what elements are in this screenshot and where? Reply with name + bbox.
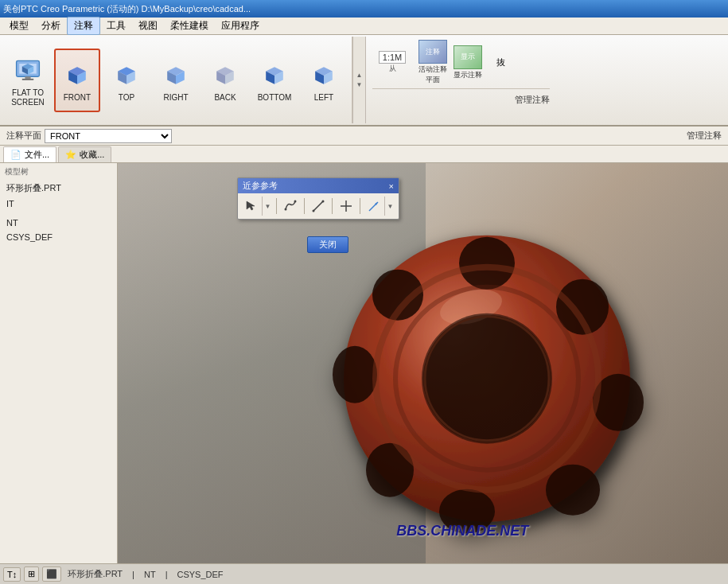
file-tab-label: 文件... xyxy=(25,149,49,161)
annotation-plane-select[interactable]: FRONT TOP RIGHT xyxy=(45,129,172,143)
floating-toolbar-title[interactable]: 近参参考 × xyxy=(238,178,399,193)
front-icon xyxy=(61,60,93,91)
show-annotation-button[interactable]: 显示 显示注释 xyxy=(454,45,482,80)
ribbon-content: FLAT TOSCREEN FRONT xyxy=(0,35,728,125)
status-square-button[interactable]: ⬛ xyxy=(42,566,61,582)
select-tool-group: ▼ xyxy=(241,197,273,216)
menu-model[interactable]: 模型 xyxy=(3,18,35,34)
separator-4 xyxy=(360,198,360,214)
menu-annotation[interactable]: 注释 xyxy=(67,17,100,35)
confirm-close-button[interactable]: 关闭 xyxy=(307,236,348,253)
bottom-button[interactable]: BOTTOM xyxy=(251,49,298,112)
right-icon xyxy=(160,60,192,91)
svg-point-40 xyxy=(425,316,549,440)
left-icon xyxy=(308,60,340,91)
ribbon: FLAT TOSCREEN FRONT xyxy=(0,35,728,127)
cross-tool-button[interactable] xyxy=(336,197,356,216)
separator-1 xyxy=(276,198,277,214)
menu-analysis[interactable]: 分析 xyxy=(35,18,67,34)
status-separator: | xyxy=(129,570,138,579)
floating-toolbar-title-text: 近参参考 xyxy=(243,180,278,192)
bottom-label: BOTTOM xyxy=(258,93,292,103)
status-bar: T↕ ⊞ ⬛ 环形折叠.PRT | NT | CSYS_DEF xyxy=(0,563,728,584)
menu-flexible-modeling[interactable]: 柔性建模 xyxy=(164,18,215,34)
active-annotation-icon: 注释 xyxy=(419,40,447,64)
title-text: 美创PTC Creo Parametric (活动的) D:\MyBackup\… xyxy=(3,3,251,15)
menu-view[interactable]: 视图 xyxy=(132,18,164,34)
menu-tools[interactable]: 工具 xyxy=(100,18,132,34)
torus-svg xyxy=(328,219,646,537)
annotation-plane-buttons: FLAT TOSCREEN FRONT xyxy=(5,49,347,112)
menu-applications[interactable]: 应用程序 xyxy=(215,18,266,34)
sidebar-header: 模型树 xyxy=(3,166,114,179)
ribbon-scroll[interactable]: ▲ ▼ xyxy=(352,37,365,123)
arrow-tool-dropdown[interactable]: ▼ xyxy=(384,197,395,216)
ribbon-right-panel: 1:1M 从 注释 活动注释平面 显示 显示注释 抜 管理注释 xyxy=(365,37,556,123)
sidebar-item-csys[interactable]: CSYS_DEF xyxy=(3,231,114,243)
status-separator2: | xyxy=(162,570,171,579)
front-button[interactable]: FRONT xyxy=(54,49,100,112)
sidebar-item-it[interactable]: IT xyxy=(3,197,114,210)
manage-annotation-area: 管理注释 xyxy=(372,92,550,106)
select-tool-dropdown[interactable]: ▼ xyxy=(262,197,273,216)
scroll-up-icon[interactable]: ▲ xyxy=(356,72,363,79)
svg-rect-5 xyxy=(25,76,30,79)
left-sidebar: 模型树 环形折叠.PRT IT NT CSYS_DEF xyxy=(0,163,118,563)
svg-point-34 xyxy=(333,345,377,403)
back-button[interactable]: BACK xyxy=(202,49,248,112)
show-annotation-label: 显示注释 xyxy=(454,70,482,80)
model-name-text: 环形折叠.PRT xyxy=(64,568,126,580)
title-bar: 美创PTC Creo Parametric (活动的) D:\MyBackup\… xyxy=(0,0,728,18)
floating-toolbar-close[interactable]: × xyxy=(389,181,394,191)
right-button[interactable]: RIGHT xyxy=(153,49,199,112)
line-tool-button[interactable] xyxy=(308,197,329,216)
left-button[interactable]: LEFT xyxy=(301,49,347,112)
svg-point-45 xyxy=(313,210,315,212)
favorites-tab-label: 收藏... xyxy=(80,149,104,161)
scale-label: 从 xyxy=(389,64,396,74)
viewport[interactable]: 近参参考 × ▼ xyxy=(118,163,728,563)
annotation-plane-text: 注释平面 xyxy=(6,130,41,142)
status-t-button[interactable]: T↕ xyxy=(3,567,21,582)
svg-point-28 xyxy=(459,236,515,289)
status-csys-text: CSYS_DEF xyxy=(173,570,226,579)
floating-toolbar[interactable]: 近参参考 × ▼ xyxy=(237,177,399,220)
scroll-down-icon[interactable]: ▼ xyxy=(356,82,363,88)
active-annotation-button[interactable]: 注释 活动注释平面 xyxy=(419,40,447,85)
status-view-text: NT xyxy=(141,570,159,579)
front-label: FRONT xyxy=(64,93,91,103)
svg-marker-41 xyxy=(247,201,255,210)
status-grid-button[interactable]: ⊞ xyxy=(24,566,39,582)
file-tab[interactable]: 📄 文件... xyxy=(3,146,56,162)
svg-point-31 xyxy=(546,464,600,515)
sidebar-item-nt[interactable]: NT xyxy=(3,216,114,229)
svg-rect-6 xyxy=(22,78,33,80)
annotation-plane-bar: 注释平面 FRONT TOP RIGHT 管理注释 xyxy=(0,127,728,146)
top-label: TOP xyxy=(119,93,134,103)
arrow-tool-group: ▼ xyxy=(364,197,395,216)
separator-2 xyxy=(304,198,305,214)
flat-to-screen-button[interactable]: FLAT TOSCREEN xyxy=(5,49,51,112)
arrow-tool-button[interactable] xyxy=(364,197,384,216)
right-label: RIGHT xyxy=(163,93,188,103)
top-icon xyxy=(111,60,142,91)
extract-button[interactable]: 抜 xyxy=(489,55,512,71)
menu-bar: 模型 分析 注释 工具 视图 柔性建模 应用程序 xyxy=(0,18,728,35)
top-button[interactable]: TOP xyxy=(103,49,150,112)
show-annotation-icon: 显示 xyxy=(454,45,482,69)
close-button-area: 关闭 xyxy=(237,236,419,253)
file-icon: 📄 xyxy=(10,150,21,160)
favorites-tab[interactable]: ⭐ 收藏... xyxy=(58,146,111,162)
svg-line-44 xyxy=(313,201,323,211)
manage-annotation-label[interactable]: 管理注释 xyxy=(515,94,550,106)
select-tool-button[interactable] xyxy=(241,197,262,216)
sidebar-item-prt[interactable]: 环形折叠.PRT xyxy=(3,181,114,196)
scale-button[interactable]: 1:1M 从 xyxy=(372,51,412,74)
svg-point-46 xyxy=(322,201,325,203)
flat-to-screen-icon xyxy=(12,55,44,87)
active-annotation-label: 活动注释平面 xyxy=(419,64,447,85)
curve-tool-button[interactable] xyxy=(280,197,301,216)
svg-point-43 xyxy=(294,201,297,203)
left-label: LEFT xyxy=(314,93,333,103)
3d-torus-object xyxy=(328,219,646,539)
